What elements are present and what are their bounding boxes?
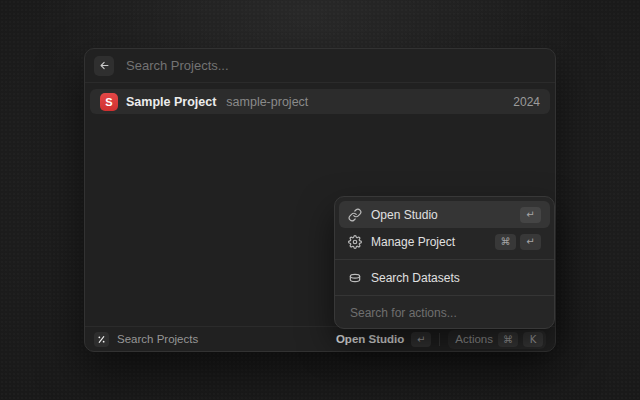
search-projects-input[interactable] <box>124 57 546 74</box>
desktop-background: S Sample Project sample-project 2024 Sea… <box>0 0 640 400</box>
database-icon <box>348 271 362 285</box>
palette-footer: Search Projects Open Studio ↵ Actions ⌘ … <box>85 326 555 351</box>
command-key-badge: ⌘ <box>495 234 516 250</box>
menu-item-search-datasets[interactable]: Search Datasets <box>339 264 550 291</box>
open-studio-footer-label: Open Studio <box>336 333 404 345</box>
menu-item-manage-project[interactable]: Manage Project ⌘ ↵ <box>339 228 550 255</box>
project-slug: sample-project <box>226 95 308 109</box>
arrow-left-icon <box>99 60 110 71</box>
actions-search-row <box>335 300 554 328</box>
menu-item-label: Search Datasets <box>371 271 460 285</box>
actions-popover: Open Studio ↵ Manage Project ⌘ ↵ <box>334 196 555 329</box>
menu-divider <box>335 295 554 296</box>
app-logo-icon <box>94 332 109 347</box>
project-name: Sample Project <box>126 95 216 109</box>
menu-item-open-studio[interactable]: Open Studio ↵ <box>339 201 550 228</box>
open-studio-footer-button[interactable]: Open Studio ↵ <box>336 332 431 347</box>
menu-item-keys: ↵ <box>520 207 541 223</box>
footer-actions-area: Open Studio ↵ Actions ⌘ K <box>336 330 546 349</box>
back-button[interactable] <box>94 56 114 76</box>
project-result-row[interactable]: S Sample Project sample-project 2024 <box>90 89 550 114</box>
enter-key-badge: ↵ <box>411 332 431 347</box>
menu-item-label: Manage Project <box>371 235 455 249</box>
palette-search-bar <box>85 49 555 83</box>
menu-item-label: Open Studio <box>371 208 438 222</box>
actions-menu-button[interactable]: Actions ⌘ K <box>448 330 546 349</box>
menu-item-keys: ⌘ ↵ <box>495 234 541 250</box>
command-key-badge: ⌘ <box>498 332 518 347</box>
menu-divider <box>335 259 554 260</box>
k-key-badge: K <box>523 332 543 347</box>
project-meta: 2024 <box>513 95 540 109</box>
actions-button-label: Actions <box>455 333 493 345</box>
project-avatar: S <box>100 93 118 111</box>
footer-context-label: Search Projects <box>117 333 198 345</box>
gear-icon <box>348 235 362 249</box>
enter-key-badge: ↵ <box>520 234 541 250</box>
enter-key-badge: ↵ <box>520 207 541 223</box>
actions-search-input[interactable] <box>348 305 541 321</box>
footer-separator <box>439 333 440 346</box>
link-icon <box>348 208 362 222</box>
